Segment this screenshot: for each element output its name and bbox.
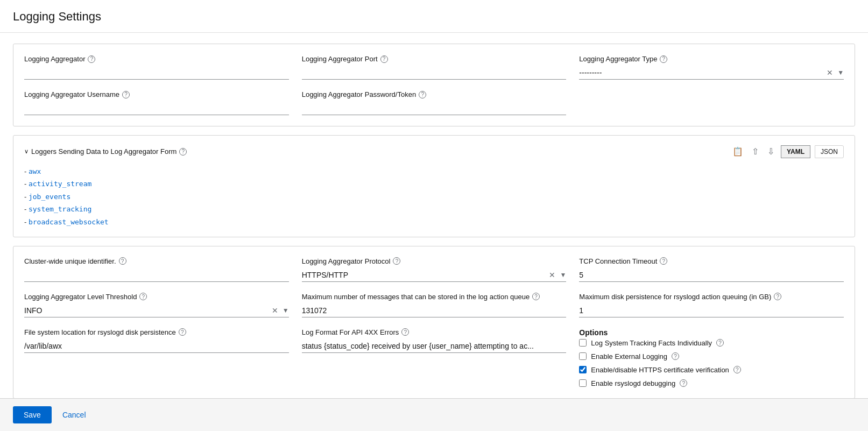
download-button[interactable]: ⇩ (765, 144, 777, 159)
group-logging-username: Logging Aggregator Username ? (24, 90, 289, 115)
loggers-actions: 📋 ⇧ ⇩ YAML JSON (730, 144, 844, 159)
help-icon-logging-type[interactable]: ? (660, 55, 667, 63)
logger-link-broadcast-websocket[interactable]: broadcast_websocket (29, 218, 109, 226)
options-title: Options (579, 328, 844, 337)
list-item: broadcast_websocket (24, 216, 844, 228)
group-logging-type: Logging Aggregator Type ? --------- ✕ ▼ (579, 55, 844, 80)
json-button[interactable]: JSON (815, 145, 844, 158)
list-item: job_events (24, 190, 844, 203)
form-row-4: Logging Aggregator Level Threshold ? DEB… (24, 293, 844, 317)
help-icon-logging-protocol[interactable]: ? (393, 257, 400, 265)
list-item: awx (24, 165, 844, 178)
logger-link-system-tracking[interactable]: system_tracking (29, 205, 91, 213)
page-wrapper: Logging Settings Logging Aggregator ? Lo… (0, 0, 868, 431)
logger-link-job-events[interactable]: job_events (29, 193, 70, 201)
form-row-2: Logging Aggregator Username ? Logging Ag… (24, 90, 844, 115)
checkbox-enable-external-logging[interactable]: Enable External Logging ? (579, 352, 844, 361)
input-logging-port[interactable] (302, 66, 567, 80)
help-icon-logging-password[interactable]: ? (419, 91, 426, 98)
loggers-header: ∨ Loggers Sending Data to Log Aggregator… (24, 144, 844, 159)
help-icon-max-disk[interactable]: ? (774, 293, 781, 300)
list-item: system_tracking (24, 203, 844, 215)
form-row-1: Logging Aggregator ? Logging Aggregator … (24, 55, 844, 80)
group-max-messages: Maximum number of messages that can be s… (302, 293, 567, 317)
group-filesystem-location: File system location for rsyslogd disk p… (24, 328, 289, 387)
label-logging-password: Logging Aggregator Password/Token ? (302, 90, 567, 98)
cancel-button[interactable]: Cancel (60, 406, 88, 423)
yaml-button[interactable]: YAML (781, 145, 810, 158)
chevron-down-icon: ∨ (24, 148, 29, 155)
select-wrapper-level-threshold: DEBUG INFO WARNING ERROR CRITICAL ✕ ▼ (24, 304, 289, 317)
form-row-5: File system location for rsyslogd disk p… (24, 328, 844, 387)
checkbox-enable-https-verification-input[interactable] (579, 366, 587, 373)
input-max-messages[interactable] (302, 304, 567, 317)
input-max-disk[interactable] (579, 304, 844, 317)
select-logging-protocol[interactable]: HTTPS/HTTP TCP UDP (302, 269, 547, 281)
help-icon-log-format-errors[interactable]: ? (401, 328, 409, 336)
help-icon-logging-username[interactable]: ? (122, 91, 130, 98)
help-icon-cluster-id[interactable]: ? (119, 257, 126, 265)
help-icon-max-messages[interactable]: ? (532, 293, 540, 300)
group-tcp-timeout: TCP Connection Timeout ? (579, 257, 844, 282)
group-logging-aggregator: Logging Aggregator ? (24, 55, 289, 80)
label-logging-port: Logging Aggregator Port ? (302, 55, 567, 63)
page-title: Logging Settings (0, 0, 868, 33)
logger-link-activity-stream[interactable]: activity_stream (29, 180, 91, 188)
help-icon-loggers[interactable]: ? (179, 148, 187, 156)
checkbox-log-system-tracking-input[interactable] (579, 339, 587, 347)
label-level-threshold: Logging Aggregator Level Threshold ? (24, 293, 289, 301)
help-icon-level-threshold[interactable]: ? (139, 293, 147, 300)
checkbox-enable-external-logging-input[interactable] (579, 352, 587, 360)
input-filesystem-location[interactable] (24, 340, 289, 353)
group-max-disk: Maximum disk persistence for rsyslogd ac… (579, 293, 844, 317)
list-item: activity_stream (24, 178, 844, 190)
section-row3: Cluster-wide unique identifier. ? Loggin… (13, 246, 855, 398)
footer-actions: Save Cancel (0, 398, 868, 431)
label-logging-username: Logging Aggregator Username ? (24, 90, 289, 98)
help-icon-log-system-tracking[interactable]: ? (716, 339, 724, 347)
upload-button[interactable]: ⇧ (750, 144, 761, 159)
help-icon-tcp-timeout[interactable]: ? (660, 257, 667, 265)
select-wrapper-protocol: HTTPS/HTTP TCP UDP ✕ ▼ (302, 269, 567, 282)
label-filesystem-location: File system location for rsyslogd disk p… (24, 328, 289, 336)
input-log-format-errors[interactable] (302, 340, 567, 353)
select-logging-type[interactable]: --------- (579, 66, 824, 79)
input-logging-username[interactable] (24, 102, 289, 115)
logger-link-awx[interactable]: awx (29, 167, 41, 175)
input-logging-password[interactable] (302, 102, 567, 115)
checkbox-enable-https-verification[interactable]: Enable/disable HTTPS certificate verific… (579, 366, 844, 374)
label-logging-type: Logging Aggregator Type ? (579, 55, 844, 63)
checkbox-enable-rsyslogd-debugging[interactable]: Enable rsyslogd debugging ? (579, 379, 844, 387)
group-logging-protocol: Logging Aggregator Protocol ? HTTPS/HTTP… (302, 257, 567, 282)
help-icon-enable-external-logging[interactable]: ? (672, 352, 679, 360)
clear-logging-protocol[interactable]: ✕ (547, 271, 558, 279)
input-cluster-id[interactable] (24, 269, 289, 282)
label-max-messages: Maximum number of messages that can be s… (302, 293, 567, 301)
checkbox-log-system-tracking[interactable]: Log System Tracking Facts Individually ? (579, 339, 844, 347)
loggers-title[interactable]: ∨ Loggers Sending Data to Log Aggregator… (24, 147, 187, 156)
loggers-section: ∨ Loggers Sending Data to Log Aggregator… (13, 135, 855, 237)
help-icon-enable-https-verification[interactable]: ? (733, 366, 741, 373)
options-section: Log System Tracking Facts Individually ?… (579, 339, 844, 387)
help-icon-filesystem-location[interactable]: ? (179, 328, 186, 336)
help-icon-enable-rsyslogd-debugging[interactable]: ? (680, 379, 687, 387)
clear-level-threshold[interactable]: ✕ (270, 306, 280, 315)
group-options: Options Log System Tracking Facts Indivi… (579, 328, 844, 387)
section-row1: Logging Aggregator ? Logging Aggregator … (13, 44, 855, 126)
label-log-format-errors: Log Format For API 4XX Errors ? (302, 328, 567, 336)
input-logging-aggregator[interactable] (24, 66, 289, 80)
select-level-threshold[interactable]: DEBUG INFO WARNING ERROR CRITICAL (24, 304, 270, 317)
checkbox-enable-rsyslogd-debugging-input[interactable] (579, 379, 587, 387)
input-tcp-timeout[interactable] (579, 269, 844, 282)
group-logging-port: Logging Aggregator Port ? (302, 55, 567, 80)
help-icon-logging-aggregator[interactable]: ? (88, 55, 95, 63)
arrow-level-threshold: ▼ (280, 307, 289, 314)
help-icon-logging-port[interactable]: ? (380, 55, 388, 63)
group-level-threshold: Logging Aggregator Level Threshold ? DEB… (24, 293, 289, 317)
copy-button[interactable]: 📋 (730, 144, 745, 159)
clear-logging-type[interactable]: ✕ (824, 68, 835, 77)
label-logging-protocol: Logging Aggregator Protocol ? (302, 257, 567, 265)
group-log-format-errors: Log Format For API 4XX Errors ? (302, 328, 567, 387)
save-button[interactable]: Save (13, 406, 52, 423)
arrow-logging-type: ▼ (835, 69, 844, 76)
